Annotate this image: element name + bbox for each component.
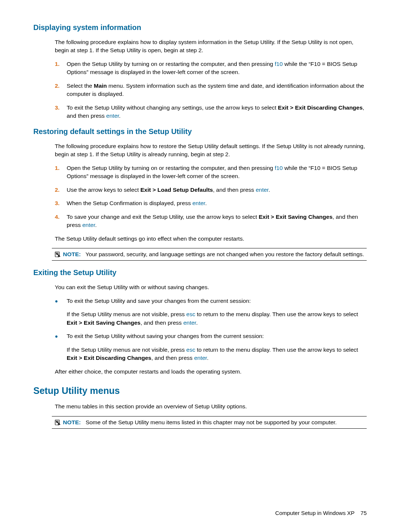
section-exiting: Exiting the Setup Utility You can exit t… bbox=[33, 267, 367, 376]
note-block: NOTE: Your password, security, and langu… bbox=[52, 248, 367, 261]
note-icon bbox=[54, 251, 61, 258]
bullet-item: ● To exit the Setup Utility and save you… bbox=[55, 297, 367, 305]
section-restoring-defaults: Restoring default settings in the Setup … bbox=[33, 126, 367, 261]
step-number: 3. bbox=[55, 199, 67, 207]
intro-paragraph: You can exit the Setup Utility with or w… bbox=[55, 283, 367, 291]
key-esc: esc bbox=[186, 347, 195, 353]
step-number: 1. bbox=[55, 60, 67, 77]
key-enter: enter bbox=[82, 222, 95, 228]
step-text: When the Setup Confirmation is displayed… bbox=[67, 199, 367, 207]
key-enter: enter bbox=[192, 200, 205, 206]
step-3: 3. When the Setup Confirmation is displa… bbox=[55, 199, 367, 207]
bullet-text: To exit the Setup Utility and save your … bbox=[67, 297, 367, 305]
step-text: To save your change and exit the Setup U… bbox=[67, 213, 367, 230]
step-text: Open the Setup Utility by turning on or … bbox=[67, 164, 367, 181]
step-2: 2. Use the arrow keys to select Exit > L… bbox=[55, 186, 367, 194]
step-text: Use the arrow keys to select Exit > Load… bbox=[67, 186, 367, 194]
section-setup-utility-menus: Setup Utility menus The menu tables in t… bbox=[33, 384, 367, 429]
note-block: NOTE: Some of the Setup Utility menu ite… bbox=[52, 416, 367, 429]
heading-setup-utility-menus: Setup Utility menus bbox=[33, 384, 367, 397]
step-1: 1. Open the Setup Utility by turning on … bbox=[55, 164, 367, 181]
section-displaying-system-info: Displaying system information The follow… bbox=[33, 22, 367, 120]
step-2: 2. Select the Main menu. System informat… bbox=[55, 82, 367, 98]
step-number: 4. bbox=[55, 213, 67, 230]
key-esc: esc bbox=[186, 311, 195, 317]
key-enter: enter bbox=[256, 187, 268, 193]
note-text: NOTE: Your password, security, and langu… bbox=[63, 250, 367, 258]
step-number: 3. bbox=[55, 104, 67, 120]
outro-paragraph: The Setup Utility default settings go in… bbox=[55, 235, 367, 243]
heading-exiting: Exiting the Setup Utility bbox=[33, 267, 367, 278]
sub-paragraph: If the Setup Utility menus are not visib… bbox=[67, 310, 367, 327]
key-enter: enter bbox=[194, 355, 207, 361]
bullet-icon: ● bbox=[55, 332, 67, 340]
step-4: 4. To save your change and exit the Setu… bbox=[55, 213, 367, 230]
intro-paragraph: The following procedure explains how to … bbox=[55, 38, 367, 55]
step-number: 2. bbox=[55, 82, 67, 98]
step-number: 2. bbox=[55, 186, 67, 194]
intro-paragraph: The following procedure explains how to … bbox=[55, 142, 367, 159]
note-text: NOTE: Some of the Setup Utility menu ite… bbox=[63, 418, 367, 426]
step-1: 1. Open the Setup Utility by turning on … bbox=[55, 60, 367, 77]
footer-section-title: Computer Setup in Windows XP bbox=[275, 510, 354, 516]
step-3: 3. To exit the Setup Utility without cha… bbox=[55, 104, 367, 120]
step-number: 1. bbox=[55, 164, 67, 181]
step-text: To exit the Setup Utility without changi… bbox=[67, 104, 367, 120]
bullet-item: ● To exit the Setup Utility without savi… bbox=[55, 332, 367, 340]
page-number: 75 bbox=[360, 510, 367, 516]
key-f10: f10 bbox=[275, 165, 283, 171]
sub-paragraph: If the Setup Utility menus are not visib… bbox=[67, 346, 367, 362]
heading-displaying-system-info: Displaying system information bbox=[33, 22, 367, 33]
key-f10: f10 bbox=[275, 61, 283, 67]
step-text: Open the Setup Utility by turning on or … bbox=[67, 60, 367, 77]
intro-paragraph: The menu tables in this section provide … bbox=[55, 402, 367, 411]
heading-restoring-defaults: Restoring default settings in the Setup … bbox=[33, 126, 367, 137]
step-text: Select the Main menu. System information… bbox=[67, 82, 367, 98]
bullet-icon: ● bbox=[55, 297, 67, 305]
note-icon bbox=[54, 419, 61, 426]
bullet-text: To exit the Setup Utility without saving… bbox=[67, 332, 367, 340]
key-enter: enter bbox=[183, 319, 196, 326]
outro-paragraph: After either choice, the computer restar… bbox=[55, 368, 367, 376]
key-enter: enter bbox=[106, 113, 119, 119]
page-footer: Computer Setup in Windows XP75 bbox=[275, 509, 367, 517]
